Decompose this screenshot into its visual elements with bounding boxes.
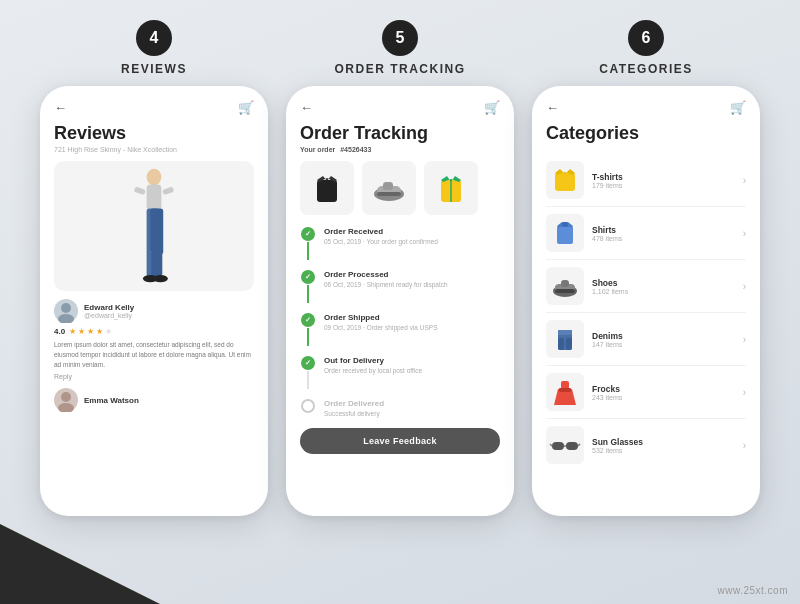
dark-corner-decoration <box>0 524 160 604</box>
svg-rect-33 <box>558 338 564 350</box>
svg-rect-3 <box>150 208 163 254</box>
order-tracking-title: Order Tracking <box>300 123 500 144</box>
step-circle-5 <box>301 399 315 413</box>
back-arrow-icon-ot[interactable]: ← <box>300 100 313 115</box>
product-thumb-3 <box>424 161 478 215</box>
chevron-right-icon-tshirts: › <box>743 175 746 186</box>
svg-rect-9 <box>162 186 174 195</box>
back-arrow-icon[interactable]: ← <box>54 100 67 115</box>
chevron-right-icon-sunglasses: › <box>743 440 746 451</box>
step-order-received: Order Received 05 Oct, 2019 · Your order… <box>300 227 500 270</box>
section-number-5: 5 <box>382 20 418 56</box>
svg-point-7 <box>153 275 168 282</box>
section-title-reviews: REVIEWS <box>121 62 187 76</box>
sections-container: 4 REVIEWS ← 🛒 Reviews 721 High Rise Skin… <box>0 0 800 516</box>
svg-rect-39 <box>552 442 564 450</box>
reviews-title: Reviews <box>54 123 254 144</box>
svg-rect-19 <box>377 192 401 196</box>
reviewer2-name: Emma Watson <box>84 396 139 405</box>
step-title-2: Order Processed <box>324 270 500 279</box>
step-circle-4 <box>301 356 315 370</box>
svg-rect-27 <box>562 222 568 227</box>
svg-rect-14 <box>317 180 337 202</box>
category-count-shirts: 478 items <box>592 235 735 242</box>
svg-rect-5 <box>151 251 162 277</box>
step-line-2 <box>307 285 309 303</box>
category-item-frocks[interactable]: Frocks 243 items › <box>546 366 746 419</box>
cart-icon[interactable]: 🛒 <box>238 100 254 115</box>
chevron-right-icon-denims: › <box>743 334 746 345</box>
star-2: ★ <box>78 327 85 336</box>
category-name-shoes: Shoes <box>592 278 735 288</box>
step-circle-1 <box>301 227 315 241</box>
reviewer-handle: @edward_kelly <box>84 312 134 319</box>
chevron-right-icon-shoes: › <box>743 281 746 292</box>
svg-point-12 <box>61 392 71 402</box>
svg-rect-38 <box>559 388 571 392</box>
category-thumb-tshirts <box>546 161 584 199</box>
section-reviews: 4 REVIEWS ← 🛒 Reviews 721 High Rise Skin… <box>40 20 268 516</box>
step-title-1: Order Received <box>324 227 500 236</box>
step-desc-5: Successful delivery <box>324 409 500 418</box>
section-title-order-tracking: ORDER TRACKING <box>335 62 466 76</box>
svg-rect-1 <box>147 184 162 210</box>
category-thumb-shoes <box>546 267 584 305</box>
rating-number: 4.0 <box>54 327 65 336</box>
step-circle-2 <box>301 270 315 284</box>
category-thumb-frocks <box>546 373 584 411</box>
section-order-tracking: 5 ORDER TRACKING ← 🛒 Order Tracking Your… <box>286 20 514 516</box>
step-order-shipped: Order Shipped 09 Oct, 2019 · Order shipp… <box>300 313 500 356</box>
section-number-4: 4 <box>136 20 172 56</box>
category-item-shirts[interactable]: Shirts 478 items › <box>546 207 746 260</box>
star-1: ★ <box>69 327 76 336</box>
product-thumb-2 <box>362 161 416 215</box>
watermark: www.25xt.com <box>718 585 788 596</box>
chevron-right-icon-shirts: › <box>743 228 746 239</box>
step-order-processed: Order Processed 06 Oct, 2019 · Shipment … <box>300 270 500 313</box>
order-number: #4526433 <box>340 146 371 153</box>
svg-rect-23 <box>555 173 575 191</box>
svg-rect-34 <box>566 338 572 350</box>
page-background: 4 REVIEWS ← 🛒 Reviews 721 High Rise Skin… <box>0 0 800 604</box>
reply-link[interactable]: Reply <box>54 373 254 380</box>
cart-icon-ot[interactable]: 🛒 <box>484 100 500 115</box>
category-thumb-denims <box>546 320 584 358</box>
product-thumbnails <box>300 161 500 215</box>
svg-rect-18 <box>383 182 393 190</box>
order-number-label: Your order #4526433 <box>300 146 500 153</box>
category-item-sunglasses[interactable]: Sun Glasses 532 items › <box>546 419 746 471</box>
svg-point-11 <box>58 314 74 323</box>
svg-line-42 <box>550 444 552 446</box>
cart-icon-cat[interactable]: 🛒 <box>730 100 746 115</box>
star-5: ★ <box>105 327 112 336</box>
step-out-for-delivery: Out for Delivery Order received by local… <box>300 356 500 399</box>
reviewer-info: Edward Kelly @edward_kelly <box>54 299 254 323</box>
svg-rect-40 <box>566 442 578 450</box>
category-list: T-shirts 179 items › Shirts <box>546 154 746 471</box>
categories-title: Categories <box>546 123 746 144</box>
step-title-5: Order Delivered <box>324 399 500 408</box>
category-count-frocks: 243 items <box>592 394 735 401</box>
reviewer2-avatar <box>54 388 78 412</box>
category-name-tshirts: T-shirts <box>592 172 735 182</box>
back-arrow-icon-cat[interactable]: ← <box>546 100 559 115</box>
category-name-denims: Denims <box>592 331 735 341</box>
step-line-3 <box>307 328 309 346</box>
reviews-subtitle: 721 High Rise Skinny - Nike Xcollection <box>54 146 254 153</box>
chevron-right-icon-frocks: › <box>743 387 746 398</box>
category-thumb-sunglasses <box>546 426 584 464</box>
reviewer-name: Edward Kelly <box>84 303 134 312</box>
reviewer-avatar <box>54 299 78 323</box>
svg-rect-8 <box>134 186 146 195</box>
step-desc-3: 09 Oct, 2019 · Order shipped via USPS <box>324 323 500 332</box>
category-item-denims[interactable]: Denims 147 items › <box>546 313 746 366</box>
step-line-4 <box>307 371 309 389</box>
step-line-1 <box>307 242 309 260</box>
svg-rect-30 <box>561 280 569 287</box>
svg-point-10 <box>61 303 71 313</box>
category-item-shoes[interactable]: Shoes 1,102 items › <box>546 260 746 313</box>
tracking-steps: Order Received 05 Oct, 2019 · Your order… <box>300 227 500 418</box>
category-item-tshirts[interactable]: T-shirts 179 items › <box>546 154 746 207</box>
step-title-4: Out for Delivery <box>324 356 500 365</box>
feedback-button[interactable]: Leave Feedback <box>300 428 500 454</box>
